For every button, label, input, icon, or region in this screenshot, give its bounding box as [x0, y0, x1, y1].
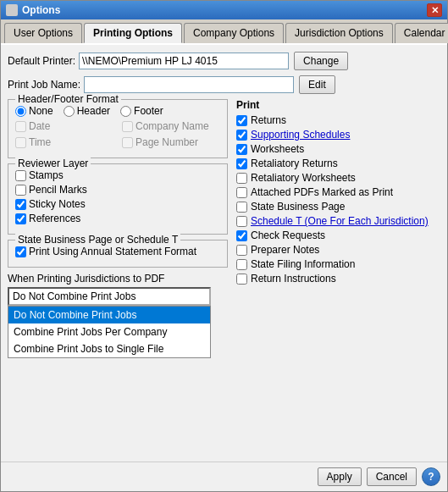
state-business-page-checkbox[interactable] [236, 202, 247, 213]
print-job-input[interactable] [84, 76, 294, 93]
print-item-5: Attached PDFs Marked as Print [236, 186, 440, 198]
print-item-0: Returns [236, 114, 440, 126]
state-schedule-label: State Business Page or Schedule T [15, 234, 180, 246]
page-number-row: Page Number [122, 136, 220, 148]
print-item-2: Worksheets [236, 143, 440, 155]
none-radio[interactable] [15, 106, 26, 117]
stamps-label: Stamps [29, 169, 64, 181]
tab-company[interactable]: Company Options [184, 23, 284, 43]
time-row: Time [15, 136, 113, 148]
footer-radio-text: Footer [134, 105, 163, 117]
tab-user[interactable]: User Options [4, 23, 82, 43]
stamps-row: Stamps [15, 169, 220, 181]
print-item-6: State Business Page [236, 201, 440, 213]
retaliatory-returns-checkbox[interactable] [236, 158, 247, 169]
time-label: Time [29, 136, 51, 148]
retaliatory-returns-label: Retaliatory Returns [251, 158, 338, 169]
returns-checkbox[interactable] [236, 115, 247, 126]
print-items-list: Returns Supporting Schedules Worksheets … [236, 114, 440, 285]
company-name-label: Company Name [136, 120, 209, 132]
supporting-schedules-checkbox[interactable] [236, 130, 247, 141]
header-footer-label: Header/Footer Format [15, 93, 121, 105]
footer-bar: Apply Cancel ? [1, 462, 447, 491]
footer-radio[interactable] [120, 106, 131, 117]
annual-label: Print Using Annual Statement Format [29, 246, 196, 257]
company-name-row: Company Name [122, 120, 220, 132]
schedule-t-label[interactable]: Schedule T (One For Each Jurisdiction) [251, 215, 429, 227]
default-printer-input[interactable] [79, 53, 289, 69]
references-checkbox[interactable] [15, 213, 26, 224]
print-item-1: Supporting Schedules [236, 129, 440, 141]
header-radio-label[interactable]: Header [64, 105, 110, 117]
close-button[interactable]: ✕ [427, 3, 442, 17]
state-schedule-group: State Business Page or Schedule T Print … [8, 240, 228, 268]
pencil-marks-checkbox[interactable] [15, 185, 26, 196]
company-name-checkbox[interactable] [122, 121, 133, 132]
retaliatory-worksheets-checkbox[interactable] [236, 173, 247, 184]
preparer-notes-checkbox[interactable] [236, 245, 247, 256]
print-item-11: Return Instructions [236, 273, 440, 285]
sticky-notes-row: Sticky Notes [15, 198, 220, 210]
dropdown-list: Do Not Combine Print Jobs Combine Print … [8, 306, 211, 358]
worksheets-checkbox[interactable] [236, 144, 247, 155]
title-bar: Options ✕ [1, 1, 447, 19]
print-job-row: Print Job Name: Edit [8, 75, 440, 94]
reviewer-layer-label: Reviewer Layer [15, 158, 91, 169]
combine-jobs-select[interactable]: Do Not Combine Print Jobs Combine Print … [8, 287, 211, 306]
sticky-notes-checkbox[interactable] [15, 199, 26, 210]
default-printer-row: Default Printer: Change [8, 52, 440, 70]
state-business-page-label: State Business Page [251, 201, 345, 213]
return-instructions-checkbox[interactable] [236, 274, 247, 285]
schedule-t-checkbox[interactable] [236, 216, 247, 227]
annual-checkbox[interactable] [15, 246, 26, 257]
window-title: Options [22, 4, 60, 16]
none-radio-label[interactable]: None [15, 105, 53, 117]
pencil-marks-label: Pencil Marks [29, 184, 87, 196]
preparer-notes-label: Preparer Notes [251, 244, 319, 256]
right-column: Print Returns Supporting Schedules Works… [236, 99, 440, 306]
pencil-marks-row: Pencil Marks [15, 184, 220, 196]
help-button[interactable]: ? [422, 467, 440, 486]
apply-button[interactable]: Apply [318, 467, 362, 486]
left-column: Header/Footer Format None Header Foot [8, 99, 228, 306]
attached-pdfs-label: Attached PDFs Marked as Print [251, 186, 393, 198]
page-number-label: Page Number [136, 136, 198, 148]
print-item-10: State Filing Information [236, 258, 440, 270]
dropdown-item-2[interactable]: Combine Print Jobs to Single File [8, 340, 210, 357]
print-item-7: Schedule T (One For Each Jurisdiction) [236, 215, 440, 227]
attached-pdfs-checkbox[interactable] [236, 187, 247, 198]
options-window: Options ✕ User Options Printing Options … [0, 0, 448, 492]
cancel-button[interactable]: Cancel [367, 467, 417, 486]
dropdown-container: Do Not Combine Print Jobs Combine Print … [8, 287, 211, 306]
hf-sub-grid: Date Company Name Time Page Number [15, 120, 220, 151]
print-item-9: Preparer Notes [236, 244, 440, 256]
tab-bar: User Options Printing Options Company Op… [1, 19, 447, 45]
references-row: References [15, 213, 220, 224]
when-printing-section: When Printing Jurisdictions to PDF Do No… [8, 273, 228, 306]
header-footer-radio-row: None Header Footer [15, 105, 220, 117]
sticky-notes-label: Sticky Notes [29, 198, 86, 210]
check-requests-checkbox[interactable] [236, 230, 247, 241]
returns-label: Returns [251, 114, 286, 126]
header-radio-text: Header [77, 105, 110, 117]
time-checkbox[interactable] [15, 137, 26, 148]
state-filing-checkbox[interactable] [236, 259, 247, 270]
tab-jurisdiction[interactable]: Jurisdiction Options [285, 23, 393, 43]
header-radio[interactable] [64, 106, 75, 117]
tab-calendar[interactable]: Calendar Options [395, 23, 448, 43]
page-number-checkbox[interactable] [122, 137, 133, 148]
change-button[interactable]: Change [294, 52, 348, 70]
tab-printing[interactable]: Printing Options [84, 23, 182, 43]
print-item-4: Retaliatory Worksheets [236, 172, 440, 184]
supporting-schedules-label[interactable]: Supporting Schedules [251, 129, 350, 141]
date-checkbox[interactable] [15, 121, 26, 132]
dropdown-item-0[interactable]: Do Not Combine Print Jobs [8, 307, 210, 323]
dropdown-item-1[interactable]: Combine Print Jobs Per Company [8, 323, 210, 340]
print-item-3: Retaliatory Returns [236, 158, 440, 169]
footer-radio-label[interactable]: Footer [120, 105, 163, 117]
stamps-checkbox[interactable] [15, 170, 26, 181]
window-icon [6, 4, 18, 16]
edit-button[interactable]: Edit [299, 75, 335, 94]
none-radio-text: None [29, 105, 53, 117]
return-instructions-label: Return Instructions [251, 273, 336, 285]
